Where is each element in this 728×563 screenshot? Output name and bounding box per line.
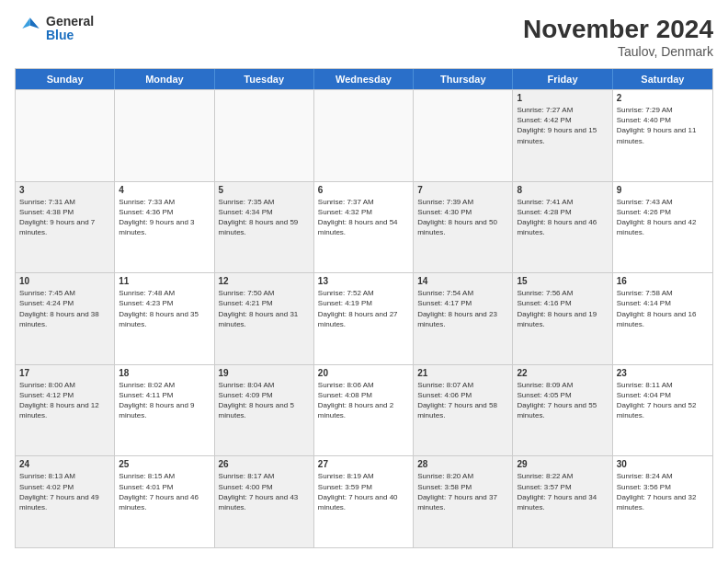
weekday-header: Wednesday bbox=[314, 69, 414, 89]
day-number: 22 bbox=[517, 368, 608, 378]
calendar-cell: 5Sunrise: 7:35 AM Sunset: 4:34 PM Daylig… bbox=[215, 182, 314, 273]
day-number: 11 bbox=[119, 276, 210, 286]
page: General Blue November 2024 Taulov, Denma… bbox=[0, 0, 728, 563]
day-number: 18 bbox=[119, 368, 210, 378]
day-info: Sunrise: 7:37 AM Sunset: 4:32 PM Dayligh… bbox=[318, 197, 409, 238]
calendar-cell: 7Sunrise: 7:39 AM Sunset: 4:30 PM Daylig… bbox=[414, 182, 513, 273]
day-info: Sunrise: 7:27 AM Sunset: 4:42 PM Dayligh… bbox=[517, 105, 608, 146]
weekday-header: Sunday bbox=[16, 69, 115, 89]
day-info: Sunrise: 8:20 AM Sunset: 3:58 PM Dayligh… bbox=[417, 471, 508, 512]
day-info: Sunrise: 8:07 AM Sunset: 4:06 PM Dayligh… bbox=[417, 380, 508, 421]
day-info: Sunrise: 8:04 AM Sunset: 4:09 PM Dayligh… bbox=[219, 380, 310, 421]
day-info: Sunrise: 7:54 AM Sunset: 4:17 PM Dayligh… bbox=[417, 288, 508, 329]
day-number: 20 bbox=[318, 368, 409, 378]
calendar-row: 3Sunrise: 7:31 AM Sunset: 4:38 PM Daylig… bbox=[16, 181, 712, 273]
calendar-cell bbox=[314, 90, 414, 181]
logo-icon bbox=[15, 15, 42, 42]
calendar-cell: 21Sunrise: 8:07 AM Sunset: 4:06 PM Dayli… bbox=[414, 365, 513, 456]
day-number: 23 bbox=[617, 368, 709, 378]
day-info: Sunrise: 8:09 AM Sunset: 4:05 PM Dayligh… bbox=[517, 380, 608, 421]
month-title: November 2024 bbox=[523, 15, 713, 44]
day-info: Sunrise: 8:11 AM Sunset: 4:04 PM Dayligh… bbox=[617, 380, 709, 421]
calendar-cell: 25Sunrise: 8:15 AM Sunset: 4:01 PM Dayli… bbox=[115, 456, 214, 547]
day-info: Sunrise: 7:33 AM Sunset: 4:36 PM Dayligh… bbox=[119, 197, 210, 238]
calendar-row: 17Sunrise: 8:00 AM Sunset: 4:12 PM Dayli… bbox=[16, 364, 712, 456]
day-number: 14 bbox=[417, 276, 508, 286]
day-info: Sunrise: 7:43 AM Sunset: 4:26 PM Dayligh… bbox=[617, 197, 709, 238]
calendar-cell: 3Sunrise: 7:31 AM Sunset: 4:38 PM Daylig… bbox=[16, 182, 115, 273]
calendar-cell: 4Sunrise: 7:33 AM Sunset: 4:36 PM Daylig… bbox=[115, 182, 214, 273]
calendar-cell: 6Sunrise: 7:37 AM Sunset: 4:32 PM Daylig… bbox=[314, 182, 414, 273]
calendar-cell: 20Sunrise: 8:06 AM Sunset: 4:08 PM Dayli… bbox=[314, 365, 414, 456]
day-info: Sunrise: 7:58 AM Sunset: 4:14 PM Dayligh… bbox=[617, 288, 709, 329]
day-number: 4 bbox=[119, 185, 210, 195]
calendar-cell: 11Sunrise: 7:48 AM Sunset: 4:23 PM Dayli… bbox=[115, 273, 214, 364]
day-info: Sunrise: 8:24 AM Sunset: 3:56 PM Dayligh… bbox=[617, 471, 709, 512]
logo-text: General Blue bbox=[46, 15, 94, 43]
day-number: 30 bbox=[617, 459, 709, 469]
day-info: Sunrise: 8:13 AM Sunset: 4:02 PM Dayligh… bbox=[19, 471, 110, 512]
calendar-cell: 14Sunrise: 7:54 AM Sunset: 4:17 PM Dayli… bbox=[414, 273, 513, 364]
calendar-cell: 1Sunrise: 7:27 AM Sunset: 4:42 PM Daylig… bbox=[513, 90, 612, 181]
day-number: 12 bbox=[219, 276, 310, 286]
day-number: 3 bbox=[19, 185, 110, 195]
day-info: Sunrise: 7:39 AM Sunset: 4:30 PM Dayligh… bbox=[417, 197, 508, 238]
day-number: 29 bbox=[517, 459, 608, 469]
day-info: Sunrise: 7:35 AM Sunset: 4:34 PM Dayligh… bbox=[219, 197, 310, 238]
day-info: Sunrise: 7:41 AM Sunset: 4:28 PM Dayligh… bbox=[517, 197, 608, 238]
header: General Blue November 2024 Taulov, Denma… bbox=[15, 15, 713, 59]
day-number: 15 bbox=[517, 276, 608, 286]
logo-line2: Blue bbox=[46, 29, 94, 42]
title-block: November 2024 Taulov, Denmark bbox=[523, 15, 713, 59]
day-number: 25 bbox=[119, 459, 210, 469]
day-info: Sunrise: 8:02 AM Sunset: 4:11 PM Dayligh… bbox=[119, 380, 210, 421]
day-number: 10 bbox=[19, 276, 110, 286]
day-info: Sunrise: 8:17 AM Sunset: 4:00 PM Dayligh… bbox=[219, 471, 310, 512]
calendar-cell bbox=[115, 90, 214, 181]
day-info: Sunrise: 7:29 AM Sunset: 4:40 PM Dayligh… bbox=[617, 105, 709, 146]
day-info: Sunrise: 8:19 AM Sunset: 3:59 PM Dayligh… bbox=[318, 471, 409, 512]
calendar-cell: 29Sunrise: 8:22 AM Sunset: 3:57 PM Dayli… bbox=[513, 456, 612, 547]
location-subtitle: Taulov, Denmark bbox=[523, 44, 713, 59]
day-number: 27 bbox=[318, 459, 409, 469]
calendar-cell: 27Sunrise: 8:19 AM Sunset: 3:59 PM Dayli… bbox=[314, 456, 414, 547]
day-number: 21 bbox=[417, 368, 508, 378]
svg-marker-1 bbox=[22, 18, 29, 29]
weekday-header: Saturday bbox=[613, 69, 712, 89]
calendar-row: 24Sunrise: 8:13 AM Sunset: 4:02 PM Dayli… bbox=[16, 455, 712, 547]
calendar-cell: 2Sunrise: 7:29 AM Sunset: 4:40 PM Daylig… bbox=[613, 90, 712, 181]
day-number: 7 bbox=[417, 185, 508, 195]
day-info: Sunrise: 8:06 AM Sunset: 4:08 PM Dayligh… bbox=[318, 380, 409, 421]
day-info: Sunrise: 7:45 AM Sunset: 4:24 PM Dayligh… bbox=[19, 288, 110, 329]
calendar-cell: 30Sunrise: 8:24 AM Sunset: 3:56 PM Dayli… bbox=[613, 456, 712, 547]
day-number: 24 bbox=[19, 459, 110, 469]
calendar-cell: 16Sunrise: 7:58 AM Sunset: 4:14 PM Dayli… bbox=[613, 273, 712, 364]
calendar-cell: 24Sunrise: 8:13 AM Sunset: 4:02 PM Dayli… bbox=[16, 456, 115, 547]
calendar-cell: 19Sunrise: 8:04 AM Sunset: 4:09 PM Dayli… bbox=[215, 365, 314, 456]
day-info: Sunrise: 7:52 AM Sunset: 4:19 PM Dayligh… bbox=[318, 288, 409, 329]
calendar-row: 10Sunrise: 7:45 AM Sunset: 4:24 PM Dayli… bbox=[16, 272, 712, 364]
logo-line1: General bbox=[46, 15, 94, 29]
calendar-row: 1Sunrise: 7:27 AM Sunset: 4:42 PM Daylig… bbox=[16, 89, 712, 181]
day-info: Sunrise: 8:00 AM Sunset: 4:12 PM Dayligh… bbox=[19, 380, 110, 421]
day-info: Sunrise: 8:15 AM Sunset: 4:01 PM Dayligh… bbox=[119, 471, 210, 512]
day-number: 13 bbox=[318, 276, 409, 286]
weekday-header: Tuesday bbox=[215, 69, 314, 89]
calendar-cell: 15Sunrise: 7:56 AM Sunset: 4:16 PM Dayli… bbox=[513, 273, 612, 364]
day-number: 9 bbox=[617, 185, 709, 195]
logo: General Blue bbox=[15, 15, 94, 43]
day-number: 2 bbox=[617, 93, 709, 103]
calendar-cell: 23Sunrise: 8:11 AM Sunset: 4:04 PM Dayli… bbox=[613, 365, 712, 456]
calendar-cell: 9Sunrise: 7:43 AM Sunset: 4:26 PM Daylig… bbox=[613, 182, 712, 273]
weekday-header: Thursday bbox=[414, 69, 513, 89]
day-info: Sunrise: 7:56 AM Sunset: 4:16 PM Dayligh… bbox=[517, 288, 608, 329]
day-number: 17 bbox=[19, 368, 110, 378]
calendar-cell: 8Sunrise: 7:41 AM Sunset: 4:28 PM Daylig… bbox=[513, 182, 612, 273]
day-number: 16 bbox=[617, 276, 709, 286]
calendar-cell: 22Sunrise: 8:09 AM Sunset: 4:05 PM Dayli… bbox=[513, 365, 612, 456]
calendar-cell: 17Sunrise: 8:00 AM Sunset: 4:12 PM Dayli… bbox=[16, 365, 115, 456]
day-number: 19 bbox=[219, 368, 310, 378]
calendar-cell bbox=[414, 90, 513, 181]
calendar-cell: 28Sunrise: 8:20 AM Sunset: 3:58 PM Dayli… bbox=[414, 456, 513, 547]
day-info: Sunrise: 8:22 AM Sunset: 3:57 PM Dayligh… bbox=[517, 471, 608, 512]
